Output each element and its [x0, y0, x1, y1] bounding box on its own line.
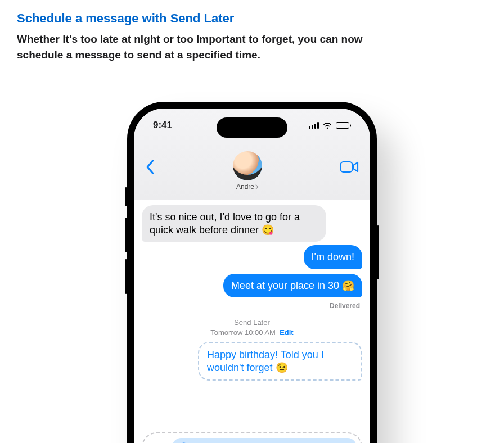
status-time: 9:41 [153, 120, 172, 131]
back-icon[interactable] [145, 159, 155, 175]
scheduled-message: Happy birthday! Told you I wouldn't forg… [198, 342, 362, 381]
compose-area: Tomorrow at 10:00 AM [142, 432, 362, 443]
send-later-chip[interactable]: Tomorrow at 10:00 AM [172, 438, 357, 443]
iphone-mock: 9:41 [127, 102, 377, 443]
svg-rect-0 [341, 162, 353, 172]
battery-icon [336, 122, 351, 129]
side-button [125, 259, 127, 294]
delivered-label: Delivered [330, 302, 360, 310]
wifi-icon [322, 120, 332, 130]
side-button [377, 225, 379, 279]
status-icons [309, 120, 351, 130]
message-incoming: It's so nice out, I'd love to go for a q… [142, 205, 326, 242]
avatar[interactable] [233, 151, 262, 180]
edit-schedule-button[interactable]: Edit [280, 328, 294, 337]
side-button [125, 218, 127, 252]
section-title[interactable]: Schedule a message with Send Later [17, 11, 487, 26]
message-outgoing: I'm down! [304, 245, 362, 269]
side-button [125, 187, 127, 206]
contact-name[interactable]: Andre [236, 183, 259, 191]
facetime-icon[interactable] [340, 160, 359, 174]
chevron-right-icon [255, 184, 259, 189]
scheduled-header: Send Later Tomorrow 10:00 AM Edit [210, 318, 293, 337]
cellular-icon [309, 122, 319, 129]
section-body: Whether it's too late at night or too im… [17, 31, 366, 62]
message-outgoing: Meet at your place in 30 🤗 [223, 274, 362, 298]
conversation: It's so nice out, I'd love to go for a q… [134, 200, 370, 443]
